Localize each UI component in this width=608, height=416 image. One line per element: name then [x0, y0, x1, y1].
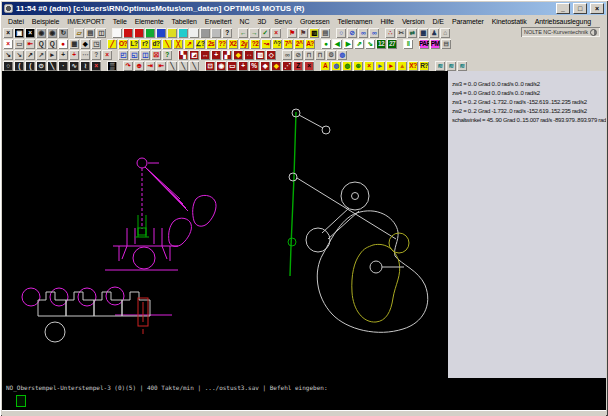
tb-cut-icon[interactable]: ✂ — [396, 28, 406, 38]
tb-ellipse-cross-icon[interactable]: ⊘ — [347, 28, 357, 38]
maximize-button[interactable]: □ — [573, 3, 587, 14]
tb-motion-z-icon[interactable]: Z — [293, 61, 303, 71]
tb-view-help-icon[interactable]: ? — [162, 50, 172, 60]
tb-attach-2-icon[interactable]: ⇤ — [156, 61, 166, 71]
tb-globe-green-icon[interactable]: ◍ — [342, 61, 352, 71]
tb-measure-d-icon[interactable]: d? — [151, 39, 161, 49]
tb-draw-freeform-2-icon[interactable]: ≀ — [80, 61, 90, 71]
tb-motion-x-icon[interactable]: × — [304, 61, 314, 71]
tb-draw-delete-icon[interactable]: × — [91, 61, 101, 71]
menu-teile[interactable]: Teile — [109, 18, 131, 25]
tb-r-query-icon[interactable]: R? — [419, 61, 429, 71]
tb-tangent-2-icon[interactable]: ╲ — [178, 61, 188, 71]
tb-x-query-icon[interactable]: X? — [408, 61, 418, 71]
tb-corner-icon[interactable]: ◳ — [91, 39, 101, 49]
tb-cam-7-icon[interactable]: ⇔ — [244, 50, 254, 60]
tb-measure-7-icon[interactable]: 7^ — [283, 39, 293, 49]
tb-dots-icon[interactable]: ⋯ — [80, 50, 90, 60]
tb-motion-2-icon[interactable]: ◉ — [216, 61, 226, 71]
tb-document-icon[interactable]: ▤ — [85, 28, 95, 38]
tb-run-dot-icon[interactable]: ● — [321, 39, 331, 49]
tb-motion-3-icon[interactable]: ▭ — [227, 61, 237, 71]
tb-count-27-icon[interactable]: 27 — [387, 39, 397, 49]
tb-grid-icon[interactable]: ▦ — [69, 39, 79, 49]
tb-draw-arc-2-icon[interactable]: ( — [25, 61, 35, 71]
tb-zoom-2-icon[interactable]: Q — [47, 39, 57, 49]
menu-d-e[interactable]: D/E — [429, 18, 448, 25]
tb-run-up-icon[interactable]: ⇗ — [354, 39, 364, 49]
tb-measure-x2-icon[interactable]: X2 — [228, 39, 238, 49]
tb-add-icon[interactable]: + — [69, 50, 79, 60]
tb-bar-red-2-icon[interactable] — [134, 28, 144, 38]
tb-move-cross-icon[interactable]: + — [58, 50, 68, 60]
tb-check-icon[interactable]: ✓ — [260, 28, 270, 38]
menu-beispiele[interactable]: Beispiele — [28, 18, 64, 25]
tb-draw-arc-1-icon[interactable]: ( — [14, 61, 24, 71]
tb-draw-freeform-1-icon[interactable]: ∿ — [69, 61, 79, 71]
tb-circles-blue-2-icon[interactable]: ∞ — [369, 28, 379, 38]
tb-bar-blue-icon[interactable] — [156, 28, 166, 38]
menu-datei[interactable]: Datei — [4, 18, 28, 25]
menu-version[interactable]: Version — [398, 18, 429, 25]
tb-tangent-1-icon[interactable]: ╲ — [167, 61, 177, 71]
tb-cam-3-icon[interactable]: ↔ — [200, 50, 210, 60]
canvas-drawing[interactable] — [2, 71, 448, 378]
tb-measure-slash-icon[interactable]: ╱ — [107, 39, 117, 49]
tb-bar-yellow-icon[interactable] — [167, 28, 177, 38]
menu-elemente[interactable]: Elemente — [131, 18, 168, 25]
tb-cam-plot-icon[interactable]: ⊛ — [353, 61, 363, 71]
tb-bar-green-icon[interactable] — [145, 28, 155, 38]
tb-ellipse-blue-icon[interactable]: ○ — [336, 28, 346, 38]
tb-wave-2-icon[interactable]: ≋ — [446, 61, 456, 71]
tb-motion-5-icon[interactable]: % — [249, 61, 259, 71]
tb-measure-a-icon[interactable]: A? — [305, 39, 315, 49]
tb-measure-arrow-icon[interactable]: ↗ — [184, 39, 194, 49]
tb-frame-icon[interactable]: ▭ — [14, 39, 24, 49]
menu-hilfe[interactable]: Hilfe — [376, 18, 398, 25]
tb-zoom-1-icon[interactable]: Q — [36, 39, 46, 49]
tb-print-icon[interactable]: ⊟ — [441, 39, 451, 49]
menu-erweitert[interactable]: Erweitert — [201, 18, 236, 25]
tb-rings-off-icon[interactable]: ⊘ — [293, 50, 303, 60]
tb-pointer-4-icon[interactable]: ↗ — [36, 50, 46, 60]
tb-draw-line-icon[interactable]: ╲ — [47, 61, 57, 71]
tb-measure-q2-icon[interactable]: ?2 — [250, 39, 260, 49]
tb-red-dot-icon[interactable]: ● — [58, 39, 68, 49]
tb-screen-icon[interactable]: ▣ — [14, 28, 24, 38]
tb-motion-8-icon[interactable]: ⋰ — [282, 61, 292, 71]
tb-marker-yellow-icon[interactable]: ▨ — [309, 28, 319, 38]
tb-view-window-2-icon[interactable]: ◱ — [129, 50, 139, 60]
tb-view-close-icon[interactable]: ☒ — [151, 50, 161, 60]
tb-step-back-icon[interactable]: ◀ — [332, 39, 342, 49]
tb-motion-6-icon[interactable]: ◈ — [260, 61, 270, 71]
tb-cancel-icon[interactable]: × — [271, 28, 281, 38]
command-cursor[interactable] — [16, 395, 26, 407]
tb-par-icon[interactable]: PAR — [419, 39, 429, 49]
tb-motion-4-icon[interactable]: + — [238, 61, 248, 71]
tb-wave-3-icon[interactable]: ≋ — [457, 61, 467, 71]
tb-attach-1-icon[interactable]: ⇥ — [145, 61, 155, 71]
tb-figure-icon[interactable]: ♟ — [429, 28, 439, 38]
tb-motion-7-icon[interactable]: ◆ — [271, 61, 281, 71]
tb-close-small-icon[interactable]: × — [3, 28, 13, 38]
tb-measure-wave-icon[interactable]: ↝ — [261, 39, 271, 49]
tb-bar-gray-1-icon[interactable] — [200, 28, 210, 38]
tb-pointer-2-icon[interactable]: ↘ — [14, 50, 24, 60]
tb-cam-delete-icon[interactable]: × — [364, 61, 374, 71]
tb-measure-qq-icon[interactable]: ?? — [217, 39, 227, 49]
tb-move-icon[interactable]: ◆ — [80, 39, 90, 49]
menu-kinetostatik[interactable]: Kinetostatik — [488, 18, 531, 25]
tb-arrow-left-icon[interactable]: ← — [238, 28, 248, 38]
tb-window-h-icon[interactable]: ◫ — [96, 28, 106, 38]
tb-wave-1-icon[interactable]: ≋ — [435, 61, 445, 71]
tb-cam-9-icon[interactable]: ◇ — [266, 50, 276, 60]
tb-folder-open-icon[interactable]: ▱ — [74, 28, 84, 38]
tb-measure-2y-icon[interactable]: 2y — [239, 39, 249, 49]
tb-view-split-icon[interactable]: ◫ — [140, 50, 150, 60]
tb-cam-1-icon[interactable]: ▚ — [178, 50, 188, 60]
tb-pointer-5-icon[interactable]: ► — [47, 50, 57, 60]
tb-rotate-icon[interactable]: ↷ — [123, 61, 133, 71]
tb-flag-dark-icon[interactable]: ⚑ — [298, 28, 308, 38]
menu-servo[interactable]: Servo — [270, 18, 296, 25]
tb-home-icon[interactable]: ⌂ — [440, 28, 450, 38]
